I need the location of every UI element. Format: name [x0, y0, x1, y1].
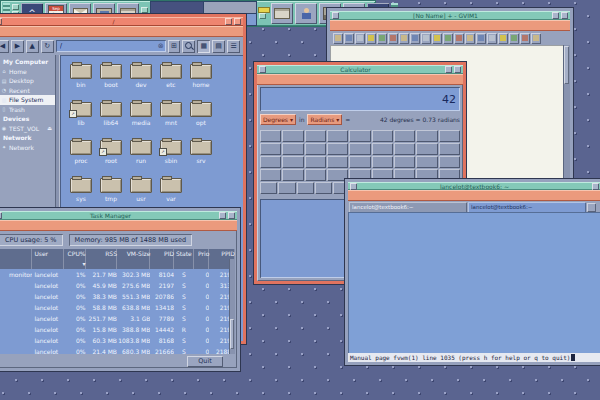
file-manager-titlebar[interactable]: / — [0, 17, 243, 26]
col-command[interactable] — [0, 249, 32, 269]
folder-item[interactable]: mnt — [156, 99, 186, 137]
calc-key[interactable] — [305, 169, 326, 181]
sidebar-item[interactable]: Network — [0, 133, 55, 143]
window-menu-button[interactable] — [0, 212, 2, 219]
gvim-toolbar-button[interactable] — [399, 33, 409, 44]
calc-key[interactable] — [439, 130, 460, 142]
gvim-toolbar-button[interactable] — [366, 33, 376, 44]
maximize-button[interactable] — [228, 212, 235, 219]
sidebar-item[interactable]: ◉ TEST_VOL ⏏ — [0, 124, 55, 134]
eject-icon[interactable]: ⏏ — [47, 125, 52, 131]
calc-key[interactable] — [394, 130, 415, 142]
gvim-toolbar-button[interactable] — [410, 33, 420, 44]
sidebar-item[interactable]: Devices — [0, 114, 55, 124]
minimize-button[interactable] — [592, 183, 599, 190]
calc-key[interactable] — [260, 169, 281, 181]
table-row[interactable]: lancelot 0% 58.8 MB 638.8 MB 13418 S 0 2… — [0, 302, 235, 313]
folder-item[interactable]: media — [126, 99, 156, 137]
calc-key[interactable] — [282, 156, 303, 168]
calc-key[interactable] — [416, 130, 437, 142]
calc-key[interactable] — [416, 143, 437, 155]
lock-mini-icon[interactable] — [141, 7, 148, 13]
calc-key[interactable] — [394, 156, 415, 168]
folder-item[interactable]: boot — [96, 61, 126, 99]
window-menu-button[interactable] — [350, 183, 357, 190]
sidebar-item[interactable]: ⌂ Home — [0, 67, 55, 77]
mini-button[interactable] — [259, 13, 266, 19]
window-menu-button[interactable] — [0, 18, 2, 25]
folder-item[interactable]: run — [126, 137, 156, 175]
table-row[interactable]: lancelot 0% 45.9 MB 275.6 MB 2197 S 0 31… — [0, 280, 235, 291]
window-menu-button[interactable] — [332, 12, 339, 19]
folder-item[interactable]: root — [96, 137, 126, 175]
view-list-button[interactable]: ☰ — [227, 40, 240, 53]
calc-key[interactable] — [327, 143, 348, 155]
gvim-titlebar[interactable]: [No Name] + - GVIM1 — [330, 11, 570, 20]
task-manager-titlebar[interactable]: Task Manager — [0, 211, 237, 220]
gvim-toolbar-button[interactable] — [454, 33, 464, 44]
calc-key[interactable] — [260, 156, 281, 168]
scrollbar-thumb[interactable] — [564, 46, 569, 84]
calc-key[interactable] — [282, 169, 303, 181]
table-scrollbar[interactable] — [229, 259, 235, 354]
col-vmsize[interactable]: VM-Size — [117, 249, 150, 269]
gvim-toolbar-button[interactable] — [520, 33, 530, 44]
gvim-toolbar-button[interactable] — [377, 33, 387, 44]
user-tool-launcher[interactable] — [295, 3, 317, 24]
sidebar-item[interactable]: ▥ File System — [0, 95, 55, 105]
minimize-button[interactable] — [225, 18, 232, 25]
gvim-toolbar-button[interactable] — [476, 33, 486, 44]
folder-item[interactable]: home — [186, 61, 216, 99]
minimize-button[interactable] — [445, 66, 452, 73]
calc-key[interactable] — [349, 143, 370, 155]
folder-item[interactable]: sbin — [156, 137, 186, 175]
calc-key[interactable] — [305, 156, 326, 168]
sidebar-item[interactable]: My Computer — [0, 57, 55, 67]
gvim-toolbar-button[interactable] — [443, 33, 453, 44]
calc-key[interactable] — [327, 156, 348, 168]
clock-chip-icon[interactable] — [259, 8, 269, 12]
folder-item[interactable]: bin — [66, 61, 96, 99]
printer2-launcher[interactable] — [271, 3, 293, 24]
clear-path-icon[interactable]: ⊗ — [158, 40, 164, 52]
calc-key[interactable] — [349, 156, 370, 168]
gvim-toolbar-button[interactable] — [498, 33, 508, 44]
mini-button[interactable] — [12, 4, 19, 10]
calc-key[interactable] — [416, 156, 437, 168]
terminal-tab[interactable]: lancelot@textbook6:~ — [349, 202, 467, 212]
gvim-toolbar-button[interactable] — [465, 33, 475, 44]
col-user[interactable]: User — [32, 249, 64, 269]
col-pid[interactable]: PID — [150, 249, 174, 269]
gvim-toolbar-button[interactable] — [333, 33, 343, 44]
calc-key[interactable] — [315, 182, 332, 194]
calc-key[interactable] — [372, 143, 393, 155]
table-row[interactable]: lancelot 0% 15.8 MB 388.8 MB 14442 R 0 2… — [0, 324, 235, 335]
gvim-toolbar-button[interactable] — [388, 33, 398, 44]
table-row[interactable]: lancelot 0% 60.3 MB 1083.8 MB 8168 S 0 2… — [0, 335, 235, 346]
col-state[interactable]: State — [174, 249, 194, 269]
terminal-titlebar[interactable]: lancelot@textbook6: ~ — [348, 182, 600, 190]
up-button[interactable]: ▲ — [26, 40, 39, 53]
search-button[interactable] — [182, 40, 195, 53]
maximize-button[interactable] — [561, 12, 568, 19]
calc-key[interactable] — [282, 130, 303, 142]
reload-button[interactable]: ↻ — [41, 40, 54, 53]
folder-item[interactable]: srv — [186, 137, 216, 175]
calc-key[interactable] — [260, 182, 277, 194]
gvim-toolbar-button[interactable] — [509, 33, 519, 44]
window-menu-button[interactable] — [259, 66, 266, 73]
folder-item[interactable]: etc — [156, 61, 186, 99]
folder-item[interactable]: proc — [66, 137, 96, 175]
calc-key[interactable] — [372, 130, 393, 142]
folder-item[interactable]: dev — [126, 61, 156, 99]
path-field[interactable]: ⊗ — [56, 40, 166, 52]
gvim-toolbar-button[interactable] — [355, 33, 365, 44]
gvim-toolbar-button[interactable] — [531, 33, 541, 44]
calc-key[interactable] — [349, 130, 370, 142]
terminal-tab[interactable]: lancelot@textbook6:~ — [468, 202, 586, 212]
unit-to-dropdown[interactable]: Radians ▾ — [307, 114, 342, 125]
calc-key[interactable] — [394, 143, 415, 155]
back-button[interactable]: ◀ — [0, 40, 9, 53]
path-input[interactable] — [58, 41, 158, 51]
calc-key[interactable] — [278, 182, 295, 194]
